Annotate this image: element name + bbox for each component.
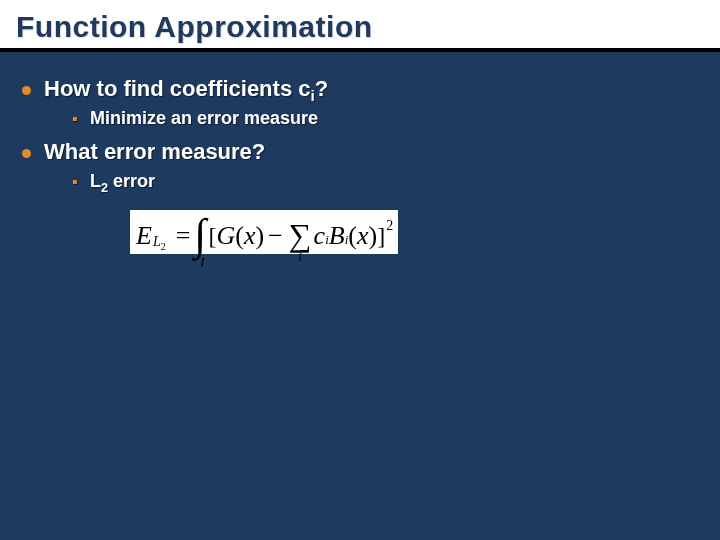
open-paren: ( bbox=[235, 221, 244, 251]
formula-Bi: i bbox=[345, 232, 349, 248]
l2-post: error bbox=[108, 171, 155, 191]
right-bracket: ] bbox=[377, 223, 385, 250]
slide-title: Function Approximation bbox=[16, 10, 704, 44]
bullet-text: How to find coefficients c bbox=[44, 76, 310, 101]
integral-lower: I bbox=[200, 254, 204, 270]
l2-pre: L bbox=[90, 171, 101, 191]
sub-bullet-list: Minimize an error measure bbox=[44, 108, 700, 129]
l2-sub: 2 bbox=[101, 181, 108, 195]
bullet-coefficients: How to find coefficients ci? Minimize an… bbox=[20, 76, 700, 129]
formula-G: G bbox=[216, 221, 235, 251]
sum-icon: ∑ i bbox=[289, 221, 312, 251]
formula-two: 2 bbox=[161, 241, 166, 252]
formula-x: x bbox=[244, 221, 256, 251]
bullet-text-tail: ? bbox=[315, 76, 328, 101]
sub-bullet-list: L2 error bbox=[44, 171, 700, 192]
formula-ci: i bbox=[325, 232, 329, 248]
close-paren: ) bbox=[255, 221, 264, 251]
close-paren-2: ) bbox=[368, 221, 377, 251]
formula-c: c bbox=[314, 221, 326, 251]
title-area: Function Approximation bbox=[0, 0, 720, 52]
slide: Function Approximation How to find coeff… bbox=[0, 0, 720, 540]
formula-E: E bbox=[136, 221, 152, 251]
sub-bullet-minimize: Minimize an error measure bbox=[72, 108, 700, 129]
left-bracket: [ bbox=[208, 223, 216, 250]
sum-lower: i bbox=[298, 249, 302, 265]
formula-box: EL2 = ∫ I [ G(x) − ∑ i ciBi(x) ]2 bbox=[130, 210, 398, 254]
sub-bullet-l2: L2 error bbox=[72, 171, 700, 192]
bullet-text: What error measure? bbox=[44, 139, 265, 164]
bullet-error-measure: What error measure? L2 error bbox=[20, 139, 700, 192]
formula-x2: x bbox=[357, 221, 369, 251]
formula: EL2 = ∫ I [ G(x) − ∑ i ciBi(x) ]2 bbox=[136, 218, 392, 254]
formula-B: B bbox=[329, 221, 345, 251]
formula-squared: 2 bbox=[386, 218, 393, 234]
slide-body: How to find coefficients ci? Minimize an… bbox=[0, 52, 720, 254]
integral-icon: ∫ I bbox=[194, 218, 206, 254]
bullet-list: How to find coefficients ci? Minimize an… bbox=[20, 76, 700, 192]
minus-icon: − bbox=[268, 221, 283, 251]
formula-equals: = bbox=[176, 221, 191, 251]
open-paren-2: ( bbox=[348, 221, 357, 251]
formula-L: L bbox=[153, 234, 161, 250]
